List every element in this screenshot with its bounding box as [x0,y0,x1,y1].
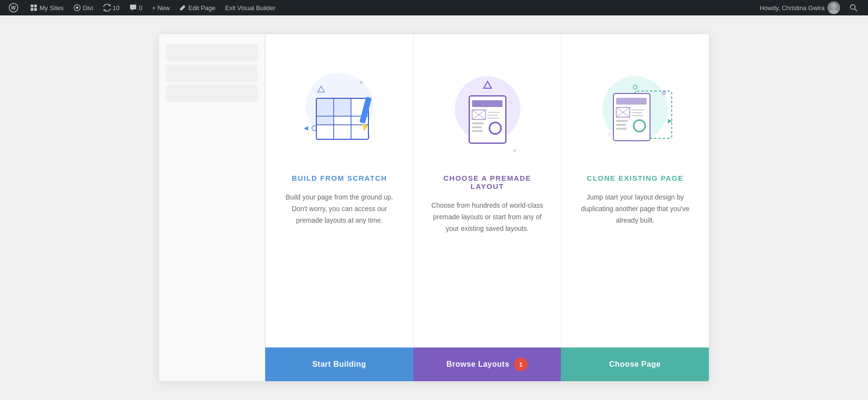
svg-rect-41 [472,126,482,128]
card-1-illustration: ◇ [291,53,388,160]
choose-page-button[interactable]: Choose Page [561,347,709,381]
svg-text:◂: ◂ [304,123,308,133]
card-2-illustration: ✕ ◇ [439,53,536,160]
svg-rect-22 [334,99,351,116]
card-3-title: CLONE EXISTING PAGE [587,174,684,182]
svg-rect-23 [317,117,333,124]
card-choose-premade-layout: ✕ ◇ [414,34,562,347]
build-from-scratch-svg: ◇ [291,53,388,160]
svg-rect-5 [34,8,37,11]
card-3-illustration: ◇ ▸ [587,53,683,160]
svg-text:◇: ◇ [509,100,513,105]
svg-point-8 [829,10,839,14]
my-sites-icon [30,4,38,12]
updates-label: 10 [113,4,120,12]
browse-layouts-label: Browse Layouts [447,360,510,369]
svg-rect-55 [616,124,626,126]
comments-label: 0 [139,4,142,12]
svg-text:W: W [11,5,16,11]
svg-point-7 [831,3,837,9]
divi-link[interactable]: Divi [68,0,98,15]
my-sites-label: My Sites [40,4,64,12]
svg-text:✕: ✕ [513,148,516,153]
svg-line-10 [854,9,857,11]
wp-logo-icon: W [9,3,18,13]
edit-page-link[interactable]: Edit Page [175,0,220,15]
svg-rect-3 [34,5,37,8]
divi-icon [73,4,81,12]
my-sites-link[interactable]: My Sites [25,0,68,15]
main-content: ◇ [0,15,868,400]
svg-text:◇: ◇ [608,131,612,136]
svg-rect-40 [472,122,484,124]
svg-rect-4 [31,8,34,11]
sidebar-btn-1 [166,44,258,62]
wp-logo-link[interactable]: W [4,0,25,15]
search-link[interactable] [845,4,864,12]
card-3-desc: Jump start your layout design by duplica… [576,192,694,226]
svg-rect-56 [616,128,627,130]
svg-rect-54 [616,120,628,122]
cards-row: ◇ [265,34,709,347]
comments-link[interactable]: 0 [124,0,147,15]
avatar [827,1,840,14]
svg-rect-42 [472,130,483,132]
card-build-from-scratch: ◇ [266,34,414,347]
browse-layouts-button[interactable]: Browse Layouts 1 [413,347,561,381]
svg-text:▸: ▸ [668,116,672,125]
avatar-icon [827,1,840,14]
exit-builder-link[interactable]: Exit Visual Builder [220,0,281,15]
cards-wrapper: ◇ [265,34,709,381]
new-label: + New [152,4,170,12]
start-building-label: Start Building [312,360,366,369]
user-greeting-link[interactable]: Howdy, Christina Gwira [755,1,845,14]
card-2-title: CHOOSE A PREMADE LAYOUT [428,174,547,190]
card-1-title: BUILD FROM SCRATCH [292,174,387,182]
card-2-desc: Choose from hundreds of world-class prem… [428,200,547,234]
sidebar-btn-2 [166,65,258,82]
choose-premade-layout-svg: ✕ ◇ [439,53,536,160]
cards-container: ◇ [159,34,709,381]
sidebar-btn-3 [166,85,258,102]
svg-point-9 [851,5,855,10]
svg-rect-47 [616,98,647,105]
updates-link[interactable]: 10 [98,0,124,15]
search-icon [850,4,857,12]
svg-rect-2 [31,5,34,8]
comments-icon [129,4,137,12]
start-building-button[interactable]: Start Building [265,347,413,381]
user-greeting: Howdy, Christina Gwira [760,4,825,12]
admin-bar: W My Sites Divi 10 0 + New Edit Page Exi… [0,0,868,15]
browse-layouts-badge: 1 [514,358,528,371]
edit-page-label: Edit Page [188,4,215,12]
exit-builder-label: Exit Visual Builder [225,4,276,12]
admin-bar-right: Howdy, Christina Gwira [755,1,864,14]
card-1-desc: Build your page from the ground up. Don'… [280,192,399,226]
card-clone-existing-page: ◇ ▸ CLONE EXISTING PAGE Jump start your … [561,34,709,347]
svg-rect-33 [472,100,502,107]
svg-point-12 [360,81,363,84]
updates-icon [103,4,111,12]
card-footer: Start Building Browse Layouts 1 Choose P… [265,347,709,381]
clone-existing-page-svg: ◇ ▸ [587,53,683,160]
choose-page-label: Choose Page [609,360,661,369]
sidebar-partial [159,34,265,381]
edit-icon [179,4,186,11]
divi-label: Divi [83,4,94,12]
new-link[interactable]: + New [147,0,175,15]
svg-rect-21 [317,99,333,116]
